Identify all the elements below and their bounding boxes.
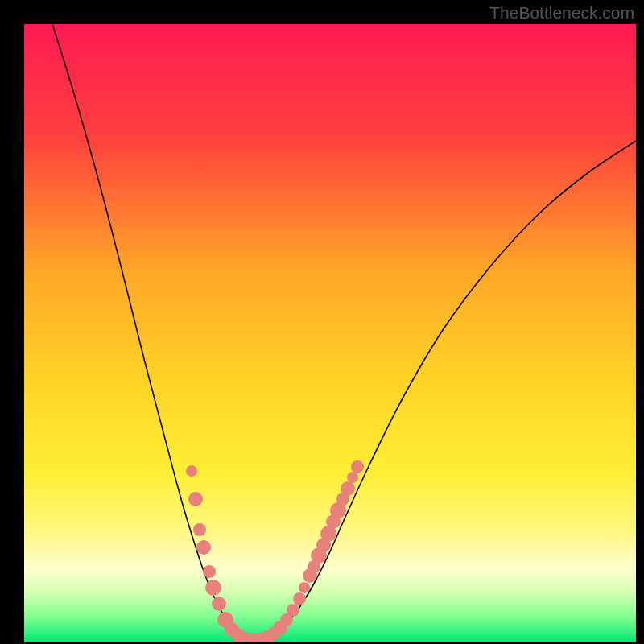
- bottleneck-chart: [24, 24, 636, 642]
- data-marker: [205, 580, 221, 596]
- data-marker: [299, 582, 310, 593]
- data-marker: [193, 523, 206, 536]
- data-marker: [351, 460, 364, 473]
- data-marker: [186, 465, 197, 477]
- data-marker: [188, 492, 203, 506]
- data-marker: [347, 472, 358, 483]
- data-marker: [212, 597, 226, 611]
- data-marker: [203, 565, 216, 578]
- watermark-text: TheBottleneck.com: [489, 3, 634, 23]
- gradient-background: [24, 24, 636, 642]
- data-marker: [287, 604, 299, 617]
- data-marker: [341, 481, 355, 496]
- data-marker: [196, 540, 211, 555]
- data-marker: [293, 592, 306, 605]
- chart-container: [24, 24, 636, 642]
